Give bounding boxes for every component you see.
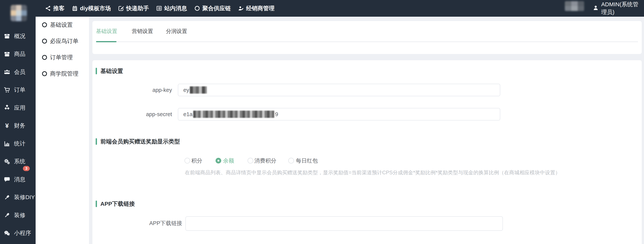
radio-points[interactable]	[184, 158, 190, 164]
topbar: 推客 diy模板市场 快递助手 站内消息 聚合供应链 经销商管理 ADMIN(系…	[0, 0, 644, 17]
sidebar-item-finance[interactable]: ¥ 财务	[0, 117, 36, 135]
circle-icon	[194, 5, 200, 11]
app-key-label: app-key	[92, 87, 172, 93]
sidebar-item-label: 装修DIY	[14, 194, 35, 201]
sidebar-item-label: 应用	[14, 104, 26, 112]
circle-icon	[42, 55, 47, 60]
user-edit-icon	[238, 5, 244, 11]
topnav-item-tuike[interactable]: 推客	[45, 4, 64, 12]
submenu-item-order-management[interactable]: 订单管理	[36, 49, 89, 66]
topnav-label: 推客	[53, 4, 64, 12]
account-label: ADMIN(系统管理员)	[601, 0, 644, 16]
radio-daily-redpacket[interactable]	[288, 158, 294, 164]
tab-marketing-settings[interactable]: 营销设置	[132, 21, 153, 42]
chat-icon	[0, 176, 14, 182]
tabs-card: 基础设置 营销设置 分润设置	[92, 21, 642, 54]
share-icon	[45, 5, 51, 11]
app-key-input[interactable]: ey	[178, 84, 500, 96]
radio-daily-redpacket-label[interactable]: 每日红包	[296, 158, 318, 164]
settings-card: 基础设置 app-key ey app-secret e1a 9 前端会员购买赠…	[92, 60, 642, 244]
sidebar-item-products[interactable]: 商品	[0, 45, 36, 63]
submenu-item-bird-orders[interactable]: 必应鸟订单	[36, 33, 89, 49]
sidebar-item-label: 小程序	[14, 229, 31, 237]
sidebar-item-label: 会员	[14, 68, 26, 76]
radio-consume-points-label[interactable]: 消费积分	[254, 158, 276, 164]
radio-consume-points[interactable]	[248, 158, 253, 164]
app-secret-value-prefix: e1a	[183, 111, 192, 118]
sidebar-item-statistics[interactable]: 统计	[0, 135, 36, 153]
sidebar-item-decorate[interactable]: 装修	[0, 206, 36, 224]
sidebar-item-overview[interactable]: 概况	[0, 27, 36, 45]
blurred-username	[565, 1, 584, 11]
topnav-item-dealer-management[interactable]: 经销商管理	[238, 4, 274, 12]
archive-icon	[0, 33, 14, 40]
wechat-icon	[0, 230, 14, 236]
reward-hint-text: 在前端商品列表、商品详情页中显示会员购买赠送奖励类型，显示奖励值=当前渠道预计C…	[185, 169, 560, 176]
topnav-label: 经销商管理	[246, 4, 274, 12]
users-icon	[0, 69, 14, 75]
gears-icon	[0, 158, 14, 165]
gavel-icon	[0, 194, 14, 200]
sidebar-item-system[interactable]: 系统	[0, 153, 36, 171]
app-logo	[10, 5, 27, 21]
submenu-item-label: 基础设置	[50, 21, 73, 29]
redacted-app-key	[190, 86, 207, 94]
sidebar-item-label: 财务	[14, 122, 26, 130]
submenu-item-label: 商学院管理	[50, 70, 78, 78]
sidebar-item-orders[interactable]: 订单	[0, 81, 36, 99]
sidebar-item-messages[interactable]: 消息 3	[0, 170, 36, 188]
app-secret-input[interactable]: e1a 9	[178, 108, 500, 120]
submenu-item-label: 订单管理	[50, 54, 73, 62]
radio-balance-label[interactable]: 余额	[223, 158, 234, 164]
box-icon	[0, 51, 14, 58]
topnav-item-diy-market[interactable]: diy模板市场	[72, 4, 111, 12]
topnav-label: 站内消息	[164, 4, 187, 12]
sidebar-item-label: 统计	[14, 140, 26, 148]
section-accent-bar	[96, 68, 97, 74]
sidebar-item-members[interactable]: 会员	[0, 63, 36, 81]
radio-balance[interactable]	[216, 158, 221, 164]
section-title-app-link: APP下载链接	[100, 200, 135, 207]
submenu: 基础设置 必应鸟订单 订单管理 商学院管理	[36, 17, 89, 244]
section-accent-bar	[96, 138, 97, 145]
cart-icon	[0, 87, 14, 93]
section-title-reward: 前端会员购买赠送奖励显示类型	[100, 138, 180, 145]
topnav-item-express-helper[interactable]: 快递助手	[118, 4, 149, 12]
app-secret-label: app-secret	[92, 111, 172, 118]
topnav-item-site-messages[interactable]: 站内消息	[156, 4, 187, 12]
main-content: 基础设置 营销设置 分润设置 基础设置 app-key ey app-secre…	[89, 17, 644, 244]
app-secret-value-suffix: 9	[275, 111, 278, 118]
cubes-icon	[0, 104, 14, 111]
radio-points-label[interactable]: 积分	[191, 158, 202, 164]
user-icon	[592, 4, 599, 12]
bar-chart-icon	[0, 140, 14, 147]
circle-icon	[42, 71, 47, 76]
topnav-label: 聚合供应链	[202, 4, 231, 12]
app-key-value: ey	[183, 87, 189, 93]
tab-basic-settings[interactable]: 基础设置	[96, 21, 117, 42]
active-tab-indicator	[96, 41, 116, 42]
sidebar-item-label: 消息	[14, 176, 26, 184]
gavel-icon	[0, 212, 14, 218]
submenu-item-basic-settings[interactable]: 基础设置	[36, 17, 89, 33]
tab-track	[96, 42, 638, 42]
yen-icon: ¥	[0, 122, 14, 130]
app-link-input[interactable]	[186, 216, 503, 231]
section-title-basic: 基础设置	[100, 68, 123, 74]
sidebar-item-mini-program[interactable]: 小程序	[0, 224, 36, 242]
topnav-label: 快递助手	[126, 4, 149, 12]
submenu-item-label: 必应鸟订单	[50, 37, 78, 45]
sidebar: 概况 商品 会员 订单 应用 ¥ 财务 统计 系统	[0, 0, 36, 244]
topnav-item-supply-chain[interactable]: 聚合供应链	[194, 4, 231, 12]
sidebar-item-decorate-diy[interactable]: 装修DIY	[0, 188, 36, 206]
bulletin-icon	[156, 5, 162, 11]
tab-profit-settings[interactable]: 分润设置	[166, 21, 187, 42]
sidebar-item-apps[interactable]: 应用	[0, 99, 36, 117]
account-menu[interactable]: ADMIN(系统管理员)	[592, 0, 644, 17]
circle-icon	[42, 39, 47, 44]
sidebar-item-label: 概况	[14, 32, 26, 40]
submenu-item-academy-management[interactable]: 商学院管理	[36, 66, 89, 82]
sidebar-item-label: 系统	[14, 158, 26, 166]
sidebar-menu: 概况 商品 会员 订单 应用 ¥ 财务 统计 系统	[0, 27, 36, 242]
section-accent-bar	[96, 200, 97, 207]
